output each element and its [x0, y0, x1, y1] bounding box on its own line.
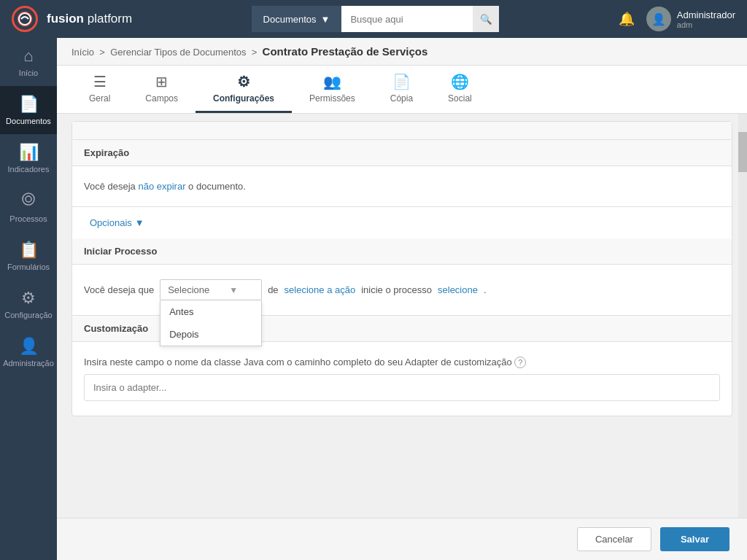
notifications-button[interactable]: 🔔 — [619, 11, 635, 27]
tab-permissoes-label: Permissões — [309, 93, 355, 104]
sidebar-item-documentos[interactable]: 📄 Documentos — [0, 86, 57, 134]
iniciar-processo-section: Iniciar Processo Você deseja que Selecio… — [72, 238, 732, 316]
user-info: 👤 Administrador adm — [646, 7, 735, 31]
tab-permissoes-icon: 👥 — [323, 73, 341, 90]
tab-social[interactable]: 🌐 Social — [430, 66, 489, 113]
logo-area: fusion platform — [12, 6, 132, 32]
help-icon[interactable]: ? — [514, 357, 526, 368]
sidebar-item-configuracao[interactable]: ⚙ Configuração — [0, 280, 57, 328]
sidebar-item-processos[interactable]: Processos — [0, 182, 57, 232]
user-name: Administrador — [677, 9, 735, 20]
nao-expirar-link[interactable]: não expirar — [138, 181, 185, 192]
sidebar-item-indicadores[interactable]: 📊 Indicadores — [0, 134, 57, 182]
chevron-down-icon: ▼ — [135, 217, 144, 228]
dropdown-item-antes[interactable]: Antes — [160, 300, 261, 323]
tab-configuracoes[interactable]: ⚙ Configurações — [196, 66, 292, 113]
processes-icon — [20, 191, 36, 211]
footer-bar: Cancelar Salvar — [57, 518, 747, 560]
tabs: ☰ Geral ⊞ Campos ⚙ Configurações 👥 Permi… — [57, 66, 747, 114]
dropdown-menu: Antes Depois — [160, 300, 262, 346]
iniciar-processo-header: Iniciar Processo — [72, 238, 732, 265]
scrollbar-thumb[interactable] — [738, 132, 747, 172]
sidebar-label-administracao: Administração — [3, 359, 54, 368]
tab-geral-label: Geral — [89, 93, 110, 104]
admin-icon: 👤 — [19, 337, 39, 356]
svg-point-1 — [23, 193, 34, 205]
sidebar: ⌂ Início 📄 Documentos 📊 Indicadores Proc… — [0, 38, 57, 560]
selecione-dropdown[interactable]: Selecione ▼ — [160, 279, 262, 300]
top-bar: fusion platform Documentos ▼ 🔍 🔔 👤 Admin… — [0, 0, 747, 38]
svg-point-2 — [26, 196, 31, 202]
tab-copia[interactable]: 📄 Cópia — [373, 66, 430, 113]
sidebar-item-inicio[interactable]: ⌂ Início — [0, 38, 57, 86]
tab-social-icon: 🌐 — [451, 73, 469, 90]
top-bar-right: 🔔 👤 Administrador adm — [619, 7, 735, 31]
breadcrumb-inicio[interactable]: Início — [71, 47, 94, 58]
search-bar: 🔍 — [341, 6, 499, 32]
home-icon: ⌂ — [23, 47, 33, 66]
sidebar-item-formularios[interactable]: 📋 Formulários — [0, 232, 57, 280]
document-icon: 📄 — [19, 95, 39, 114]
sidebar-item-administracao[interactable]: 👤 Administração — [0, 328, 57, 376]
adapter-input[interactable] — [84, 374, 720, 401]
sidebar-label-documentos: Documentos — [6, 117, 51, 125]
avatar: 👤 — [646, 7, 671, 31]
documents-menu-button[interactable]: Documentos ▼ — [252, 6, 342, 32]
select-wrapper: Selecione ▼ Antes Depois — [160, 279, 262, 300]
sidebar-label-inicio: Início — [19, 69, 38, 77]
tab-campos[interactable]: ⊞ Campos — [128, 66, 196, 113]
selecione-link[interactable]: selecione — [438, 284, 478, 295]
dropdown-item-depois[interactable]: Depois — [160, 323, 261, 346]
opcionais-row: Opcionais ▼ — [72, 207, 732, 238]
breadcrumb-gerenciar[interactable]: Gerenciar Tipos de Documentos — [110, 47, 246, 58]
expiracao-section: Expiração Você deseja não expirar o docu… — [72, 140, 732, 207]
opcionais-link[interactable]: Opcionais ▼ — [78, 210, 726, 236]
tab-campos-label: Campos — [145, 93, 178, 104]
forms-icon: 📋 — [19, 241, 39, 260]
inner-content: Expiração Você deseja não expirar o docu… — [71, 121, 732, 416]
save-button[interactable]: Salvar — [660, 527, 729, 551]
breadcrumb: Início > Gerenciar Tipos de Documentos >… — [57, 38, 747, 66]
indicators-icon: 📊 — [19, 143, 39, 162]
tab-permissoes[interactable]: 👥 Permissões — [292, 66, 373, 113]
sidebar-label-configuracao: Configuração — [4, 311, 52, 319]
tab-copia-icon: 📄 — [392, 73, 411, 90]
tab-geral-icon: ☰ — [93, 73, 107, 90]
select-chevron-icon: ▼ — [229, 285, 238, 295]
tab-geral[interactable]: ☰ Geral — [71, 66, 128, 113]
customizacao-label: Insira neste campo o nome da classe Java… — [84, 357, 720, 368]
expiracao-body: Você deseja não expirar o documento. — [72, 166, 732, 206]
breadcrumb-current: Contrato Prestação de Serviços — [263, 45, 428, 58]
cancel-button[interactable]: Cancelar — [577, 527, 651, 551]
top-search-area: Documentos ▼ 🔍 — [252, 6, 500, 32]
app-title: fusion platform — [47, 12, 132, 26]
process-row: Você deseja que Selecione ▼ Antes Depois — [84, 279, 720, 300]
expire-text: Você deseja não expirar o documento. — [84, 181, 720, 192]
user-role: adm — [677, 20, 735, 29]
content-area: Início > Gerenciar Tipos de Documentos >… — [57, 38, 747, 560]
tab-social-label: Social — [448, 93, 472, 104]
sidebar-label-processos: Processos — [9, 214, 47, 223]
search-input[interactable] — [341, 14, 473, 25]
customizacao-body: Insira neste campo o nome da classe Java… — [72, 342, 732, 416]
tab-configuracoes-label: Configurações — [213, 93, 274, 104]
expiracao-header: Expiração — [72, 140, 732, 166]
scrollbar-track — [738, 114, 747, 518]
iniciar-processo-body: Você deseja que Selecione ▼ Antes Depois — [72, 265, 732, 315]
tab-configuracoes-icon: ⚙ — [237, 73, 250, 90]
sidebar-label-indicadores: Indicadores — [8, 165, 50, 174]
selecione-acao-link[interactable]: selecione a ação — [285, 284, 356, 295]
search-button[interactable]: 🔍 — [473, 6, 499, 32]
sidebar-label-formularios: Formulários — [7, 262, 50, 271]
config-icon: ⚙ — [21, 289, 36, 308]
svg-point-0 — [18, 12, 31, 26]
user-details: Administrador adm — [677, 9, 735, 29]
logo-icon — [12, 6, 38, 32]
page-content: Expiração Você deseja não expirar o docu… — [57, 114, 747, 518]
main-layout: ⌂ Início 📄 Documentos 📊 Indicadores Proc… — [0, 38, 747, 560]
tab-copia-label: Cópia — [390, 93, 413, 104]
tab-campos-icon: ⊞ — [155, 73, 168, 90]
